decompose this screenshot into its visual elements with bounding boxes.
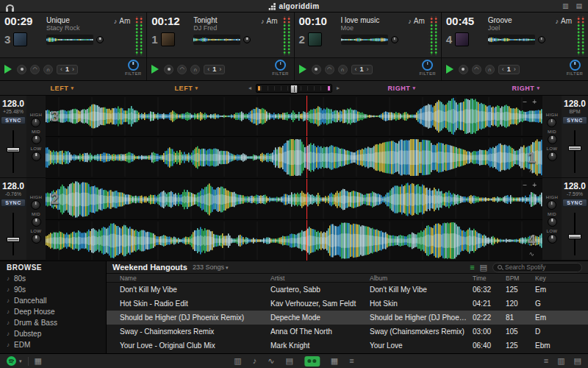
- list-view-icon[interactable]: ≡: [470, 263, 474, 272]
- loop-increase-icon[interactable]: ›: [219, 66, 221, 73]
- headphone-cue-button[interactable]: ∩: [338, 65, 348, 74]
- loop-control[interactable]: ‹1›: [351, 65, 373, 74]
- headphone-cue-button[interactable]: ∩: [43, 65, 53, 74]
- zoom-in-icon[interactable]: +: [532, 98, 537, 106]
- eq-mid-knob[interactable]: [548, 135, 557, 144]
- bend-button[interactable]: ◠: [325, 65, 334, 74]
- sidebar-item[interactable]: ♪80s: [0, 273, 106, 284]
- zoom-controls[interactable]: −+: [517, 181, 537, 189]
- cue-button[interactable]: [312, 65, 321, 74]
- nudge-left-icon[interactable]: ◂: [248, 85, 251, 91]
- assign-deck4[interactable]: RIGHT▾: [512, 85, 539, 92]
- mini-waveform[interactable]: [488, 35, 535, 45]
- sidebar-item[interactable]: ♪EDM: [0, 339, 106, 350]
- filter-knob[interactable]: [570, 60, 581, 71]
- automix-icon[interactable]: ≡: [349, 357, 354, 365]
- column-album[interactable]: Album: [370, 275, 473, 282]
- assign-deck2[interactable]: RIGHT▾: [387, 85, 415, 92]
- table-row[interactable]: Sway - Chainsmokers RemixAnna Of The Nor…: [107, 325, 588, 339]
- search-input[interactable]: Search Spotify: [492, 263, 582, 272]
- eq-low-knob[interactable]: [32, 152, 41, 161]
- bend-button[interactable]: ◠: [30, 65, 40, 74]
- mini-waveform[interactable]: [193, 35, 240, 45]
- queue-icon[interactable]: ▤: [574, 357, 581, 365]
- sidebar-item[interactable]: ♪Dubstep: [0, 328, 106, 339]
- play-button[interactable]: [151, 65, 159, 74]
- zoom-out-icon[interactable]: −: [523, 181, 527, 189]
- headphones-icon[interactable]: [6, 4, 14, 10]
- wave-zoom-icon[interactable]: ∿: [528, 250, 534, 258]
- table-row[interactable]: Don't Kill My VibeCuartero, SabbDon't Ki…: [107, 283, 588, 297]
- grid-view-icon[interactable]: ▤: [480, 263, 487, 272]
- gain-knob[interactable]: [243, 36, 251, 43]
- volume-fader[interactable]: [562, 126, 588, 177]
- fader-handle[interactable]: [568, 234, 581, 239]
- source-chevron-icon[interactable]: ▾: [19, 358, 22, 364]
- eq-high-knob[interactable]: [547, 118, 556, 127]
- eq-high-knob[interactable]: [31, 118, 40, 127]
- music-view-icon[interactable]: ♪: [253, 357, 257, 365]
- assign-deck3[interactable]: LEFT▾: [50, 85, 74, 92]
- assign-deck1[interactable]: LEFT▾: [174, 85, 198, 92]
- spotify-icon[interactable]: [7, 356, 16, 366]
- column-artist[interactable]: Artist: [270, 275, 370, 282]
- volume-fader[interactable]: [562, 208, 588, 260]
- eq-mid-knob[interactable]: [548, 217, 557, 227]
- filter-knob[interactable]: [128, 60, 139, 71]
- mini-waveform[interactable]: [341, 35, 388, 45]
- cue-button[interactable]: [459, 65, 468, 74]
- sidebar-item[interactable]: ♪90s: [0, 284, 106, 295]
- loop-increase-icon[interactable]: ›: [72, 66, 74, 73]
- crossfader[interactable]: [256, 84, 332, 93]
- table-row[interactable]: Your Love - Original Club MixMark Knight…: [107, 339, 588, 353]
- mixer-settings-icon[interactable]: ≡: [544, 357, 548, 365]
- play-button[interactable]: [446, 65, 453, 74]
- column-name[interactable]: Name: [120, 275, 270, 282]
- sync-button[interactable]: SYNC: [562, 199, 587, 207]
- column-bpm[interactable]: BPM: [506, 275, 535, 282]
- decks-view-button[interactable]: [304, 356, 320, 367]
- loop-decrease-icon[interactable]: ‹: [207, 66, 209, 73]
- eq-mid-knob[interactable]: [32, 135, 41, 144]
- eq-mid-knob[interactable]: [32, 217, 41, 227]
- filter-control[interactable]: FILTER: [271, 60, 290, 76]
- sampler-view-icon[interactable]: ▦: [331, 357, 338, 365]
- filter-knob[interactable]: [275, 60, 286, 71]
- headphone-cue-button[interactable]: ∩: [190, 65, 200, 74]
- waveform-canvas[interactable]: [46, 222, 542, 260]
- eq-high-knob[interactable]: [31, 200, 40, 210]
- sync-button[interactable]: SYNC: [1, 199, 25, 207]
- loop-decrease-icon[interactable]: ‹: [60, 66, 62, 73]
- playlist-meta[interactable]: 233 Songs▾: [193, 263, 229, 271]
- media-view-icon[interactable]: ▥: [234, 357, 241, 365]
- loop-decrease-icon[interactable]: ‹: [355, 66, 357, 73]
- column-time[interactable]: Time: [473, 275, 506, 282]
- cue-button[interactable]: [164, 65, 173, 74]
- waveform-view-icon[interactable]: ∿: [268, 357, 274, 365]
- mini-waveform[interactable]: [46, 35, 93, 45]
- gain-knob[interactable]: [538, 36, 545, 43]
- filter-control[interactable]: FILTER: [418, 60, 437, 76]
- library-view-icon[interactable]: ▤: [285, 357, 293, 365]
- midi-icon[interactable]: ▥: [557, 357, 564, 365]
- waveform-canvas[interactable]: [46, 180, 542, 219]
- loop-control[interactable]: ‹1›: [57, 65, 78, 74]
- volume-fader[interactable]: [0, 126, 26, 177]
- loop-increase-icon[interactable]: ›: [514, 66, 516, 73]
- filter-control[interactable]: FILTER: [123, 60, 143, 76]
- fader-handle[interactable]: [7, 147, 20, 152]
- sync-button[interactable]: SYNC: [562, 116, 587, 124]
- eq-low-knob[interactable]: [32, 234, 41, 244]
- headphone-cue-button[interactable]: ∩: [485, 65, 495, 74]
- bend-button[interactable]: ◠: [177, 65, 187, 74]
- crate-icon[interactable]: ▦: [35, 357, 42, 365]
- sidebar-item[interactable]: ♪Dancehall: [0, 295, 106, 306]
- loop-increase-icon[interactable]: ›: [367, 66, 369, 73]
- gain-knob[interactable]: [96, 36, 104, 43]
- play-button[interactable]: [299, 65, 306, 74]
- fader-handle[interactable]: [7, 237, 20, 242]
- loop-control[interactable]: ‹1›: [498, 65, 520, 74]
- waveform-canvas[interactable]: [46, 138, 542, 177]
- table-row[interactable]: Should be Higher (DJ Phoenix Remix)Depec…: [107, 311, 588, 325]
- bend-button[interactable]: ◠: [472, 65, 481, 74]
